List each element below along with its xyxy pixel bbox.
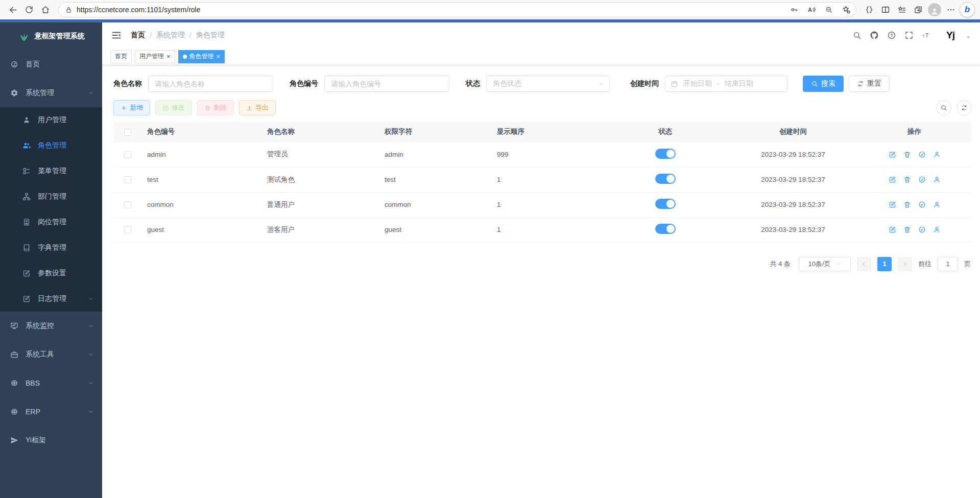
row-data-scope-icon[interactable]	[918, 151, 926, 158]
add-favorite-icon[interactable]	[840, 3, 853, 16]
sidebar-item-system-monitor[interactable]: 系统监控	[0, 312, 102, 340]
role-code-input[interactable]	[324, 76, 449, 92]
profile-avatar[interactable]	[927, 2, 942, 17]
page-number-1[interactable]: 1	[877, 257, 892, 271]
browser-back-button[interactable]	[5, 2, 20, 17]
fullscreen-icon[interactable]	[904, 31, 914, 40]
chevron-left-icon	[861, 261, 867, 267]
row-edit-icon[interactable]	[889, 176, 896, 183]
row-checkbox[interactable]	[124, 201, 131, 208]
row-delete-icon[interactable]	[903, 176, 911, 183]
sidebar-item-dict-mgmt[interactable]: 字典管理	[0, 235, 102, 260]
goto-label: 前往	[918, 259, 931, 269]
sidebar-item-user-mgmt[interactable]: 用户管理	[0, 107, 102, 133]
page-size-value: 10条/页	[808, 259, 830, 269]
row-assign-user-icon[interactable]	[933, 176, 941, 183]
status-toggle-on[interactable]	[655, 224, 676, 234]
app-logo[interactable]: 意框架管理系统	[0, 22, 102, 50]
address-bar[interactable]: https://ccnetcore.com:1101/system/role	[58, 2, 856, 17]
app-title: 意框架管理系统	[35, 32, 85, 41]
sidebar-item-yi-framework[interactable]: Yi框架	[0, 426, 102, 455]
tab-close-icon[interactable]: ×	[166, 53, 171, 60]
sidebar-item-system-tools[interactable]: 系统工具	[0, 340, 102, 369]
row-checkbox[interactable]	[124, 151, 131, 158]
export-button[interactable]: 导出	[239, 100, 276, 115]
row-data-scope-icon[interactable]	[918, 201, 926, 208]
bing-copilot-icon[interactable]: b	[960, 2, 975, 17]
row-assign-user-icon[interactable]	[933, 151, 941, 158]
browser-menu-icon[interactable]	[943, 2, 959, 17]
goto-page-input[interactable]	[938, 257, 958, 271]
sidebar-item-role-mgmt[interactable]: 角色管理	[0, 133, 102, 158]
site-lock-icon[interactable]	[65, 6, 73, 14]
tab-home[interactable]: 首页	[110, 50, 132, 63]
status-select[interactable]: 角色状态	[486, 76, 610, 92]
row-data-scope-icon[interactable]	[918, 226, 926, 233]
sidebar-item-log-mgmt[interactable]: 日志管理	[0, 286, 102, 312]
avatar-caret-down-icon[interactable]	[966, 35, 971, 40]
plus-icon	[121, 105, 127, 111]
status-toggle-on[interactable]	[655, 199, 676, 209]
sidebar-item-system-mgmt[interactable]: 系统管理	[0, 79, 102, 107]
row-data-scope-icon[interactable]	[918, 176, 926, 183]
sidebar-item-post-mgmt[interactable]: 岗位管理	[0, 209, 102, 235]
read-aloud-icon[interactable]	[805, 3, 818, 16]
next-page-button[interactable]	[898, 257, 912, 271]
reset-button[interactable]: 重置	[849, 76, 890, 92]
browser-essentials-icon[interactable]	[862, 2, 877, 17]
row-assign-user-icon[interactable]	[933, 226, 941, 233]
tab-close-icon[interactable]: ×	[217, 53, 221, 60]
sidebar-item-menu-mgmt[interactable]: 菜单管理	[0, 158, 102, 184]
sidebar-item-label: 字典管理	[38, 243, 66, 252]
toggle-search-button[interactable]	[936, 100, 951, 115]
zoom-out-icon[interactable]	[822, 3, 835, 16]
github-icon[interactable]	[870, 31, 879, 40]
page-size-select[interactable]: 10条/页	[799, 257, 851, 271]
role-name-input[interactable]	[148, 76, 273, 92]
url-text[interactable]: https://ccnetcore.com:1101/system/role	[77, 6, 783, 14]
table-row: admin 管理员 admin 999 2023-03-29 18:52:37	[113, 142, 972, 167]
select-all-checkbox[interactable]	[124, 129, 131, 136]
add-button[interactable]: 新增	[113, 100, 150, 115]
row-edit-icon[interactable]	[889, 201, 896, 208]
search-button[interactable]: 搜索	[803, 76, 844, 92]
header-search-icon[interactable]	[852, 31, 862, 40]
date-range-picker[interactable]: 开始日期 - 结束日期	[665, 76, 787, 92]
collections-icon[interactable]	[911, 2, 926, 17]
row-assign-user-icon[interactable]	[933, 201, 941, 208]
browser-refresh-button[interactable]	[21, 2, 37, 17]
breadcrumb-role: 角色管理	[196, 31, 225, 40]
status-toggle-on[interactable]	[655, 174, 676, 184]
row-edit-icon[interactable]	[889, 151, 896, 158]
sidebar-item-param-settings[interactable]: 参数设置	[0, 260, 102, 286]
row-delete-icon[interactable]	[903, 226, 911, 233]
sidebar-toggle-icon[interactable]	[111, 30, 122, 40]
status-toggle-on[interactable]	[655, 149, 676, 159]
sidebar-item-bbs[interactable]: BBS	[0, 369, 102, 397]
tab-role-mgmt[interactable]: 角色管理 ×	[178, 50, 225, 63]
row-delete-icon[interactable]	[903, 151, 911, 158]
cell-role-code: admin	[142, 142, 262, 167]
delete-button[interactable]: 删除	[197, 100, 234, 115]
tab-user-mgmt[interactable]: 用户管理 ×	[135, 50, 175, 63]
sidebar-item-dept-mgmt[interactable]: 部门管理	[0, 184, 102, 209]
sidebar-item-erp[interactable]: ERP	[0, 397, 102, 426]
cell-role-name: 普通用户	[262, 192, 379, 217]
browser-home-button[interactable]	[38, 2, 53, 17]
prev-page-button[interactable]	[857, 257, 871, 271]
split-screen-icon[interactable]	[878, 2, 893, 17]
breadcrumb-home[interactable]: 首页	[131, 31, 145, 40]
refresh-table-button[interactable]	[957, 100, 972, 115]
breadcrumb-system[interactable]: 系统管理	[156, 31, 185, 40]
password-key-icon[interactable]	[787, 3, 801, 16]
edit-button[interactable]: 修改	[155, 100, 192, 115]
favorites-bar-icon[interactable]	[894, 2, 910, 17]
font-size-icon[interactable]	[922, 31, 931, 40]
sidebar-item-home[interactable]: 首页	[0, 50, 102, 79]
user-logo-avatar[interactable]: Yj	[943, 28, 958, 42]
help-icon[interactable]	[887, 31, 896, 40]
row-delete-icon[interactable]	[903, 201, 911, 208]
row-checkbox[interactable]	[124, 176, 131, 183]
row-checkbox[interactable]	[124, 226, 131, 233]
row-edit-icon[interactable]	[889, 226, 896, 233]
